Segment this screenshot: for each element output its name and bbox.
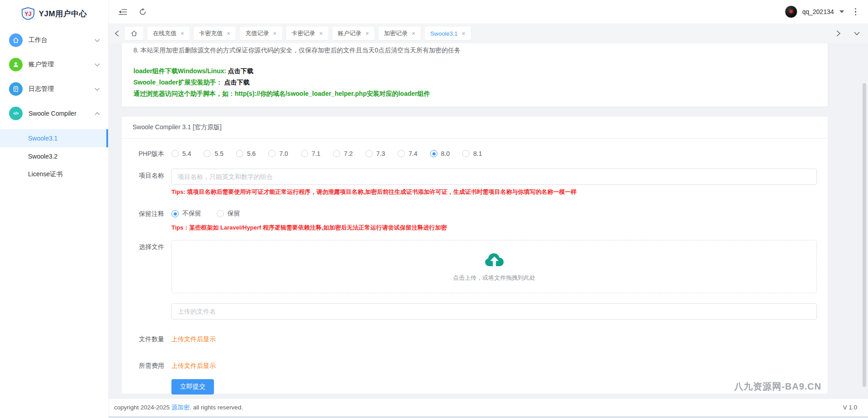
more-options-icon[interactable] <box>855 8 857 16</box>
radio-php-71[interactable]: 7.1 <box>301 150 320 157</box>
php-version-label: PHP版本 <box>133 147 164 160</box>
copyright-text: copyright 2024-2025 源加密. all rights rese… <box>114 404 243 412</box>
sidebar: YJ YJM用户中心 工作台 账户管理 <box>0 0 109 418</box>
sidebar-subitem-license[interactable]: License证书 <box>0 165 108 183</box>
tab-card-records[interactable]: 卡密记录× <box>286 27 328 40</box>
loader-download-label: loader组件下载Windows/Linux: <box>133 67 226 75</box>
sidebar-item-workbench[interactable]: 工作台 <box>0 28 108 52</box>
window-bottom-edge <box>109 416 868 418</box>
helper-download-link[interactable]: 点击下载 <box>224 79 250 86</box>
sidebar-item-label: 工作台 <box>28 36 95 44</box>
helper-download-line: Swoole_loader扩展安装助手： 点击下载 <box>133 77 816 88</box>
app-root: YJ YJM用户中心 工作台 账户管理 <box>0 0 868 418</box>
sidebar-subitem-label: Swoole3.1 <box>28 135 57 142</box>
tab-account-records[interactable]: 账户记录× <box>332 27 375 40</box>
refresh-icon[interactable] <box>139 8 147 16</box>
upload-dropzone[interactable]: 点击上传，或将文件拖拽到此处 <box>171 240 817 293</box>
sidebar-item-label: Swoole Compiler <box>28 110 95 117</box>
radio-php-81[interactable]: 8.1 <box>462 150 482 157</box>
radio-comment-discard[interactable]: 不保留 <box>171 210 201 218</box>
brand-link[interactable]: 源加密 <box>171 404 190 411</box>
tabs-scroll-left-icon[interactable] <box>113 30 121 37</box>
close-icon[interactable]: × <box>365 30 369 37</box>
sidebar-item-swoole-compiler[interactable]: </> Swoole Compiler <box>0 101 108 126</box>
tabs-scroll-right-icon[interactable] <box>835 30 842 37</box>
account-icon <box>9 58 23 71</box>
submit-button[interactable]: 立即提交 <box>171 379 214 395</box>
sidebar-item-account[interactable]: 账户管理 <box>0 52 108 77</box>
sidebar-item-logs[interactable]: 日志管理 <box>0 77 108 101</box>
php-version-radio-group: 5.4 5.5 5.6 7.0 7.1 7.2 7.3 7.4 8.0 8.1 <box>171 147 817 160</box>
file-count-row: 文件数量 上传文件后显示 <box>133 332 817 343</box>
keep-comments-tip: Tips：某些框架如 Laravel/Hyperf 程序逻辑需要依赖注释,如加密… <box>171 224 817 232</box>
sidebar-item-label: 账户管理 <box>28 61 95 69</box>
app-title: YJM用户中心 <box>39 9 87 19</box>
sidebar-item-label: 日志管理 <box>28 85 95 93</box>
project-name-row: 项目名称 Tips: 填项目名称后需要使用许可证才能正常运行程序，请勿泄露项目名… <box>133 169 817 196</box>
username[interactable]: qq_202134 <box>802 8 834 15</box>
main-area: qq_202134 在线充值× 卡密充值× 充值记录× 卡密记录 <box>109 0 868 418</box>
tab-encrypt-records[interactable]: 加密记录× <box>379 27 421 40</box>
radio-php-80[interactable]: 8.0 <box>430 150 450 157</box>
tab-online-recharge[interactable]: 在线充值× <box>147 27 190 40</box>
vertical-scrollbar-thumb[interactable] <box>863 83 866 387</box>
file-count-label: 文件数量 <box>133 334 164 343</box>
close-icon[interactable]: × <box>412 30 415 37</box>
tab-swoole31[interactable]: Swoole3.1× <box>425 27 471 40</box>
radio-php-74[interactable]: 7.4 <box>398 150 417 157</box>
tab-label: 卡密记录 <box>292 29 315 38</box>
close-icon[interactable]: × <box>180 30 184 37</box>
user-dropdown-caret-icon[interactable] <box>840 10 844 13</box>
notice-rule-8: 8. 本站采用加密后删除源文件的方式保证你源代码的安全，仅保存加密后的文件且当天… <box>133 46 816 55</box>
fee-row: 所需费用 上传文件后显示 <box>133 359 817 370</box>
uploaded-filename-row <box>133 303 817 319</box>
keep-comments-row: 保留注释 不保留 保留 Tips：某些框架如 Laravel/Hyperf 程序… <box>133 207 817 232</box>
chevron-up-icon <box>95 112 100 115</box>
close-icon[interactable]: × <box>273 30 276 37</box>
helper-usage-line: 通过浏览器访问这个助手脚本，如：http(s)://你的域名/swoole_lo… <box>133 88 816 99</box>
shield-logo-icon: YJ <box>21 7 35 20</box>
chevron-down-icon <box>95 39 100 42</box>
compiler-form-card: Swoole Compiler 3.1 [官方原版] PHP版本 5.4 5.5… <box>121 116 828 394</box>
logo: YJ YJM用户中心 <box>0 3 108 24</box>
radio-php-73[interactable]: 7.3 <box>365 150 385 157</box>
tab-label: 卡密充值 <box>199 29 223 38</box>
radio-comment-keep[interactable]: 保留 <box>217 210 240 218</box>
sidebar-subitem-swoole32[interactable]: Swoole3.2 <box>0 147 108 165</box>
radio-php-54[interactable]: 5.4 <box>171 150 191 157</box>
collapse-sidebar-icon[interactable] <box>119 9 127 15</box>
avatar[interactable] <box>785 5 797 18</box>
tabs-menu-chevron-icon[interactable] <box>852 32 862 35</box>
tab-label: 账户记录 <box>338 29 361 38</box>
tab-label: 在线充值 <box>153 29 176 38</box>
tab-home[interactable] <box>125 27 143 40</box>
close-icon[interactable]: × <box>319 30 323 37</box>
fee-label: 所需费用 <box>133 361 164 370</box>
sidebar-subitem-swoole31[interactable]: Swoole3.1 <box>0 129 108 147</box>
tab-card-recharge[interactable]: 卡密充值× <box>194 27 236 40</box>
keep-comments-radio-group: 不保留 保留 <box>171 207 817 221</box>
sidebar-submenu: Swoole3.1 Swoole3.2 License证书 <box>0 126 108 183</box>
close-icon[interactable]: × <box>462 30 465 37</box>
loader-download-line: loader组件下载Windows/Linux: 点击下载 <box>133 66 816 77</box>
close-icon[interactable]: × <box>227 30 230 37</box>
fee-value: 上传文件后显示 <box>171 361 817 370</box>
footer: copyright 2024-2025 源加密. all rights rese… <box>109 398 868 416</box>
radio-php-72[interactable]: 7.2 <box>333 150 352 157</box>
home-icon <box>9 33 23 47</box>
loader-download-link[interactable]: 点击下载 <box>228 67 253 75</box>
project-name-input[interactable] <box>171 169 817 185</box>
php-version-row: PHP版本 5.4 5.5 5.6 7.0 7.1 7.2 7.3 7.4 <box>133 147 817 160</box>
file-count-value: 上传文件后显示 <box>171 334 817 343</box>
tab-recharge-records[interactable]: 充值记录× <box>240 27 282 40</box>
sidebar-subitem-label: License证书 <box>28 170 62 178</box>
uploaded-filename-input[interactable] <box>171 303 817 319</box>
submit-row: 立即提交 <box>133 379 817 395</box>
svg-text:YJ: YJ <box>24 11 31 17</box>
keep-comments-label: 保留注释 <box>133 207 164 221</box>
chevron-down-icon <box>95 88 100 91</box>
radio-php-56[interactable]: 5.6 <box>236 150 256 157</box>
radio-php-55[interactable]: 5.5 <box>204 150 223 157</box>
radio-php-70[interactable]: 7.0 <box>268 150 288 157</box>
upload-hint-text: 点击上传，或将文件拖拽到此处 <box>453 274 536 282</box>
